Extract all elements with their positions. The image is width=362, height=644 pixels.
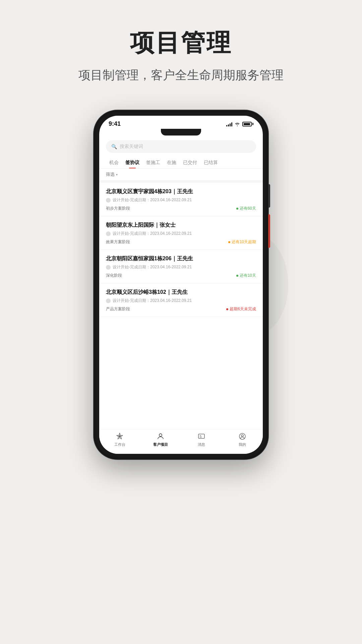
tabs-bar: 机会 签协议 签施工 在施 已交付 已结算 bbox=[99, 156, 263, 169]
page-subtitle: 项目制管理，客户全生命周期服务管理 bbox=[78, 67, 284, 84]
tab-opportunity[interactable]: 机会 bbox=[106, 156, 122, 168]
item-date: 设计开始-完成日期：2023.04.16-2022.09.21 bbox=[106, 264, 256, 270]
item-footer: 产品方案阶段 超期6天未完成 bbox=[106, 306, 256, 312]
item-stage: 初步方案阶段 bbox=[106, 206, 130, 211]
date-icon bbox=[106, 198, 111, 203]
list-item[interactable]: 北京顺义区寰宇家园4栋203｜王先生 设计开始-完成日期：2023.04.16-… bbox=[99, 183, 263, 216]
status-time: 9:41 bbox=[109, 120, 121, 127]
workbench-icon bbox=[115, 432, 124, 441]
tab-delivered[interactable]: 已交付 bbox=[180, 156, 200, 168]
item-title: 北京顺义区后沙峪3栋102｜王先生 bbox=[106, 289, 256, 296]
filter-bar[interactable]: 筛选 ▾ bbox=[99, 169, 263, 180]
item-stage: 产品方案阶段 bbox=[106, 306, 130, 312]
list-item[interactable]: 北京朝阳区嘉恒家园1栋206｜王先生 设计开始-完成日期：2023.04.16-… bbox=[99, 250, 263, 283]
search-input-placeholder: 搜索关键词 bbox=[120, 144, 143, 150]
nav-workbench-label: 工作台 bbox=[114, 442, 125, 447]
item-date: 设计开始-完成日期：2023.04.16-2022.09.21 bbox=[106, 231, 256, 236]
svg-point-1 bbox=[159, 434, 162, 436]
nav-profile-label: 我的 bbox=[239, 442, 246, 447]
status-text: 超期6天未完成 bbox=[230, 306, 256, 312]
item-status: 还有10天超期 bbox=[228, 239, 256, 245]
item-date: 设计开始-完成日期：2023.04.16-2022.09.21 bbox=[106, 298, 256, 304]
nav-workbench[interactable]: 工作台 bbox=[99, 432, 140, 447]
filter-arrow-icon: ▾ bbox=[116, 173, 118, 176]
date-icon bbox=[106, 299, 111, 303]
item-footer: 效果方案阶段 还有10天超期 bbox=[106, 239, 256, 245]
phone-mockup: 9:41 bbox=[94, 110, 268, 459]
status-text: 还有60天 bbox=[240, 206, 256, 211]
bottom-nav: 工作台 客户项目 bbox=[99, 429, 263, 454]
search-bar[interactable]: 🔍 搜索关键词 bbox=[106, 140, 256, 153]
svg-point-0 bbox=[119, 435, 121, 437]
svg-point-3 bbox=[239, 433, 245, 439]
nav-project[interactable]: 客户项目 bbox=[140, 432, 181, 447]
notch bbox=[161, 129, 201, 136]
section-divider bbox=[99, 180, 263, 183]
nav-profile[interactable]: 我的 bbox=[222, 432, 263, 447]
item-status: 还有60天 bbox=[236, 206, 256, 211]
item-date: 设计开始-完成日期：2023.04.16-2022.09.21 bbox=[106, 197, 256, 203]
status-icons bbox=[226, 122, 253, 126]
svg-rect-2 bbox=[198, 434, 204, 438]
item-footer: 初步方案阶段 还有60天 bbox=[106, 206, 256, 211]
date-text: 设计开始-完成日期：2023.04.16-2022.09.21 bbox=[113, 197, 192, 203]
nav-message[interactable]: 消息 bbox=[181, 432, 222, 447]
status-dot bbox=[226, 308, 228, 310]
date-icon bbox=[106, 265, 111, 270]
tab-in-progress[interactable]: 在施 bbox=[164, 156, 180, 168]
nav-message-label: 消息 bbox=[198, 442, 205, 447]
item-footer: 深化阶段 还有10天 bbox=[106, 273, 256, 278]
item-stage: 深化阶段 bbox=[106, 273, 122, 278]
status-bar: 9:41 bbox=[99, 116, 263, 130]
status-dot bbox=[228, 241, 230, 243]
status-text: 还有10天超期 bbox=[232, 239, 256, 245]
item-status: 还有10天 bbox=[236, 273, 256, 278]
svg-point-4 bbox=[241, 435, 243, 437]
date-text: 设计开始-完成日期：2023.04.16-2022.09.21 bbox=[113, 231, 192, 236]
status-dot bbox=[236, 275, 238, 277]
page-header: 项目管理 项目制管理，客户全生命周期服务管理 bbox=[58, 0, 304, 97]
status-text: 还有10天 bbox=[240, 273, 256, 278]
date-icon bbox=[106, 231, 111, 236]
status-dot bbox=[236, 208, 238, 210]
battery-icon bbox=[242, 122, 253, 126]
tab-signed-agreement[interactable]: 签协议 bbox=[122, 156, 143, 168]
tab-signed-construction[interactable]: 签施工 bbox=[143, 156, 164, 168]
item-title: 朝阳望京东上阳国际｜张女士 bbox=[106, 222, 256, 229]
item-stage: 效果方案阶段 bbox=[106, 239, 130, 245]
date-text: 设计开始-完成日期：2023.04.16-2022.09.21 bbox=[113, 298, 192, 304]
filter-label: 筛选 bbox=[106, 171, 115, 177]
profile-icon bbox=[238, 432, 247, 441]
item-title: 北京顺义区寰宇家园4栋203｜王先生 bbox=[106, 188, 256, 195]
message-icon bbox=[197, 432, 206, 441]
list-item[interactable]: 北京顺义区后沙峪3栋102｜王先生 设计开始-完成日期：2023.04.16-2… bbox=[99, 283, 263, 317]
date-text: 设计开始-完成日期：2023.04.16-2022.09.21 bbox=[113, 264, 192, 270]
item-title: 北京朝阳区嘉恒家园1栋206｜王先生 bbox=[106, 255, 256, 262]
page-title: 项目管理 bbox=[78, 27, 284, 59]
list-item[interactable]: 朝阳望京东上阳国际｜张女士 设计开始-完成日期：2023.04.16-2022.… bbox=[99, 216, 263, 250]
tab-settled[interactable]: 已结算 bbox=[200, 156, 221, 168]
project-list: 北京顺义区寰宇家园4栋203｜王先生 设计开始-完成日期：2023.04.16-… bbox=[99, 183, 263, 429]
search-icon: 🔍 bbox=[111, 144, 117, 149]
signal-icon bbox=[226, 122, 232, 126]
phone-outer: 9:41 bbox=[94, 110, 268, 459]
wifi-icon bbox=[234, 122, 240, 126]
item-status: 超期6天未完成 bbox=[226, 306, 256, 312]
phone-inner: 9:41 bbox=[99, 116, 263, 454]
nav-project-label: 客户项目 bbox=[153, 442, 168, 447]
project-icon bbox=[156, 432, 165, 441]
